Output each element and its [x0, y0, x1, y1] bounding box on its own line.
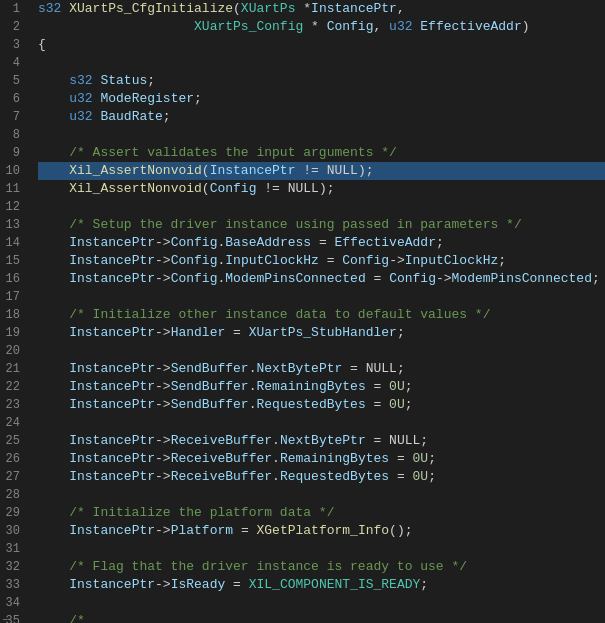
token-kw: s32: [38, 0, 61, 18]
token-plain: ;: [163, 108, 171, 126]
token-plain: ;: [397, 324, 405, 342]
token-plain: .: [272, 450, 280, 468]
code-line-15: InstancePtr->Config.InputClockHz = Confi…: [38, 252, 605, 270]
token-plain: ;: [592, 270, 600, 288]
token-plain: ;: [498, 252, 506, 270]
code-line-9: /* Assert validates the input arguments …: [38, 144, 605, 162]
code-line-12: [38, 198, 605, 216]
line-number-10: 10: [0, 162, 24, 180]
token-member: Config: [171, 270, 218, 288]
token-fn: XGetPlatform_Info: [256, 522, 389, 540]
token-type: XUartPs: [241, 0, 296, 18]
line-number-25: 25: [0, 432, 24, 450]
token-param: InstancePtr: [69, 252, 155, 270]
token-fn: Xil_AssertNonvoid: [69, 162, 202, 180]
token-plain: {: [38, 36, 46, 54]
code-line-31: [38, 540, 605, 558]
token-plain: ->: [155, 270, 171, 288]
token-member: ReceiveBuffer: [171, 468, 272, 486]
token-var: BaudRate: [100, 108, 162, 126]
token-plain: ,: [373, 18, 389, 36]
code-line-25: InstancePtr->ReceiveBuffer.NextBytePtr =…: [38, 432, 605, 450]
token-kw: u32: [69, 108, 92, 126]
line-number-30: 30: [0, 522, 24, 540]
token-fn: Xil_AssertNonvoid: [69, 180, 202, 198]
token-member: InputClockHz: [405, 252, 499, 270]
code-line-32: /* Flag that the driver instance is read…: [38, 558, 605, 576]
token-plain: ;: [194, 90, 202, 108]
code-line-21: InstancePtr->SendBuffer.NextBytePtr = NU…: [38, 360, 605, 378]
token-num: 0U: [389, 378, 405, 396]
token-plain: [61, 0, 69, 18]
token-param: InstancePtr: [69, 396, 155, 414]
code-line-20: [38, 342, 605, 360]
token-param: InstancePtr: [69, 468, 155, 486]
token-num: 0U: [413, 450, 429, 468]
token-plain: =: [366, 378, 389, 396]
code-line-4: [38, 54, 605, 72]
token-var: XUartPs_StubHandler: [249, 324, 397, 342]
token-plain: (: [202, 162, 210, 180]
token-plain: ;: [420, 576, 428, 594]
token-plain: ();: [389, 522, 412, 540]
token-param: Config: [342, 252, 389, 270]
token-plain: [38, 450, 69, 468]
line-number-9: 9: [0, 144, 24, 162]
code-content[interactable]: s32 XUartPs_CfgInitialize(XUartPs *Insta…: [30, 0, 605, 623]
token-plain: ->: [155, 576, 171, 594]
code-line-11: Xil_AssertNonvoid(Config != NULL);: [38, 180, 605, 198]
code-line-27: InstancePtr->ReceiveBuffer.RequestedByte…: [38, 468, 605, 486]
token-plain: [38, 18, 194, 36]
token-plain: =: [366, 396, 389, 414]
line-number-34: 34: [0, 594, 24, 612]
token-num: 0U: [389, 396, 405, 414]
token-member: Config: [171, 234, 218, 252]
line-number-31: 31: [0, 540, 24, 558]
token-param: Config: [389, 270, 436, 288]
code-line-30: InstancePtr->Platform = XGetPlatform_Inf…: [38, 522, 605, 540]
token-param: InstancePtr: [69, 576, 155, 594]
code-line-14: InstancePtr->Config.BaseAddress = Effect…: [38, 234, 605, 252]
line-number-13: 13: [0, 216, 24, 234]
token-plain: ->: [155, 252, 171, 270]
token-member: NextBytePtr: [280, 432, 366, 450]
token-plain: =: [319, 252, 342, 270]
token-comment: /* Initialize other instance data to def…: [38, 306, 490, 324]
token-var: Status: [100, 72, 147, 90]
line-number-2: 2: [0, 18, 24, 36]
token-param: InstancePtr: [69, 324, 155, 342]
line-number-3: 3: [0, 36, 24, 54]
line-number-22: 22: [0, 378, 24, 396]
token-member: SendBuffer: [171, 360, 249, 378]
token-plain: ->: [155, 522, 171, 540]
token-param: InstancePtr: [69, 234, 155, 252]
token-member: RequestedBytes: [256, 396, 365, 414]
token-plain: ->: [389, 252, 405, 270]
token-plain: [38, 324, 69, 342]
code-line-33: InstancePtr->IsReady = XIL_COMPONENT_IS_…: [38, 576, 605, 594]
token-param: Config: [327, 18, 374, 36]
token-plain: ;: [147, 72, 155, 90]
code-line-8: [38, 126, 605, 144]
token-plain: =: [225, 576, 248, 594]
token-plain: .: [272, 432, 280, 450]
code-line-29: /* Initialize the platform data */: [38, 504, 605, 522]
token-plain: ->: [155, 234, 171, 252]
token-plain: .: [249, 360, 257, 378]
token-plain: *: [303, 18, 326, 36]
token-param: InstancePtr: [69, 360, 155, 378]
fold-indicator[interactable]: −: [2, 612, 8, 623]
code-line-23: InstancePtr->SendBuffer.RequestedBytes =…: [38, 396, 605, 414]
line-number-32: 32: [0, 558, 24, 576]
token-plain: .: [217, 234, 225, 252]
token-plain: .: [217, 252, 225, 270]
token-plain: [38, 90, 69, 108]
code-line-3: {: [38, 36, 605, 54]
line-number-20: 20: [0, 342, 24, 360]
token-plain: =: [389, 468, 412, 486]
token-member: IsReady: [171, 576, 226, 594]
token-plain: ->: [155, 324, 171, 342]
token-plain: ->: [436, 270, 452, 288]
line-number-21: 21: [0, 360, 24, 378]
token-plain: [38, 378, 69, 396]
